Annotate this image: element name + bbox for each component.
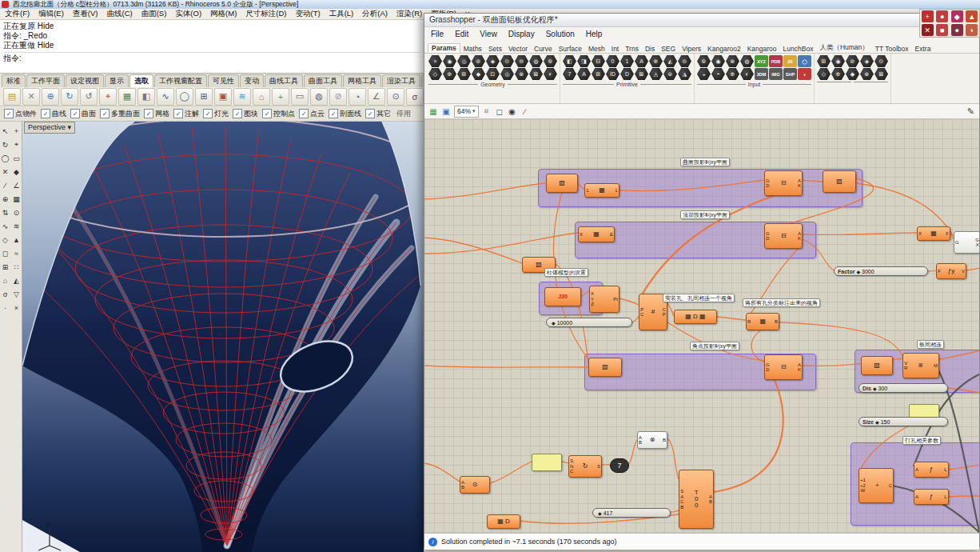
component-icon[interactable]: ⊡ xyxy=(486,68,500,80)
gh-node[interactable]: A B⊗B xyxy=(637,431,667,449)
gh-menu-item[interactable]: Display xyxy=(508,30,535,38)
component-icon[interactable]: A xyxy=(635,55,648,67)
component-icon[interactable]: ⊕ xyxy=(649,55,663,67)
filter-checkbox[interactable]: 灯光 xyxy=(203,109,229,119)
component-icon[interactable]: ◭ xyxy=(663,55,677,67)
rhino-tab[interactable]: 设定视图 xyxy=(66,74,104,87)
checkbox-icon[interactable] xyxy=(100,109,110,118)
component-icon[interactable]: + xyxy=(798,68,811,80)
gh-node[interactable]: R▦B xyxy=(746,313,779,330)
view-toggle-icon[interactable]: ⌗ xyxy=(481,106,492,117)
plugin-icon[interactable]: ◆ xyxy=(951,10,963,22)
rhino-menu-item[interactable]: 查看(V) xyxy=(73,9,98,19)
rhino-tool-icon[interactable]: · xyxy=(0,302,10,314)
node-output-pins[interactable]: G X xyxy=(974,238,979,248)
filter-checkbox[interactable]: 其它 xyxy=(365,109,391,119)
component-icon[interactable]: ◆ xyxy=(472,68,485,80)
gh-menu-item[interactable]: Solution xyxy=(546,30,575,38)
rhino-menu-item[interactable]: 网格(M) xyxy=(210,9,237,19)
checkbox-icon[interactable] xyxy=(365,109,375,118)
node-output-pins[interactable]: 1 xyxy=(614,188,619,194)
rhino-menu-item[interactable]: 曲面(S) xyxy=(141,9,167,19)
slider-grip[interactable] xyxy=(552,320,556,326)
rhino-tab[interactable]: 曲线工具 xyxy=(265,74,303,87)
component-icon[interactable]: ◬ xyxy=(649,68,663,80)
plugin-icon[interactable]: ✕ xyxy=(922,24,934,36)
component-icon[interactable]: ◉ xyxy=(831,55,845,67)
rhino-tool-icon[interactable]: ≈ xyxy=(11,247,22,259)
component-icon[interactable]: ⊚ xyxy=(544,55,557,67)
sketch-pencil-icon[interactable]: ✎ xyxy=(967,106,974,117)
filter-checkbox[interactable]: 点物件 xyxy=(4,109,37,119)
palette-group-label[interactable]: Input xyxy=(697,82,811,87)
command-prompt[interactable]: 指令: xyxy=(3,52,420,64)
component-icon[interactable]: 1 xyxy=(620,55,634,67)
rhino-tab[interactable]: 曲面工具 xyxy=(304,74,342,87)
number-slider[interactable]: Size150 xyxy=(858,417,948,426)
rhino-menu-item[interactable]: 编辑(E) xyxy=(38,9,64,19)
item-badge[interactable]: 7 xyxy=(610,458,629,473)
gh-node[interactable]: +1 +2 W+C xyxy=(858,468,894,503)
rhino-tool-icon[interactable]: σ xyxy=(0,288,10,300)
gh-node[interactable]: G D⊟A K xyxy=(764,170,803,196)
gh-tab[interactable]: Curve xyxy=(531,45,556,53)
rhino-tool-icon[interactable]: ▽ xyxy=(11,288,22,300)
rhino-toolbar-icon[interactable]: ◔ xyxy=(349,88,366,106)
checkbox-icon[interactable] xyxy=(262,109,272,118)
component-icon[interactable]: ⊘ xyxy=(472,55,485,67)
rhino-tool-icon[interactable]: ⊞ xyxy=(0,261,10,273)
gh-node[interactable]: J30 xyxy=(544,287,581,306)
gh-node[interactable]: ▧ xyxy=(861,356,893,375)
rhino-toolbar-icon[interactable]: ⊞ xyxy=(195,88,213,106)
rhino-menu-item[interactable]: 分析(A) xyxy=(362,9,388,19)
node-output-pins[interactable]: S xyxy=(596,464,601,470)
node-input-pins[interactable]: G D xyxy=(765,362,771,373)
gh-node[interactable]: ▧ xyxy=(588,358,622,377)
component-icon[interactable]: XYZ xyxy=(755,55,768,67)
rhino-tool-icon[interactable]: ⌖ xyxy=(11,138,22,150)
gh-node[interactable]: GG X xyxy=(954,231,979,254)
gh-tab[interactable]: Surface xyxy=(556,45,585,53)
component-icon[interactable]: ⊜ xyxy=(663,68,677,80)
rhino-title-bar[interactable]: 西北指廊北面（分格 c型柱分格）0713.3dm (31126 KB) - Rh… xyxy=(0,0,980,9)
rhino-tool-icon[interactable]: ⊙ xyxy=(11,206,22,218)
node-output-pins[interactable]: A K xyxy=(797,362,802,373)
plugin-icon[interactable]: ▲ xyxy=(966,10,978,22)
rhino-tool-icon[interactable]: ∿ xyxy=(0,220,10,232)
viewport-3d[interactable]: Z xyxy=(22,122,424,552)
component-icon[interactable]: ◎ xyxy=(457,55,471,67)
component-icon[interactable]: ◉ xyxy=(711,55,725,67)
component-icon[interactable]: ⊘ xyxy=(846,55,859,67)
plugin-icon[interactable]: ■ xyxy=(936,24,948,36)
gh-tab[interactable]: Sets xyxy=(485,45,505,53)
rhino-command-area[interactable]: 正在复原 Hide指令: _Redo正在重做 Hide 指令: xyxy=(0,20,424,74)
node-output-pins[interactable]: A B xyxy=(708,494,713,505)
rhino-menu-item[interactable]: 尺寸标注(D) xyxy=(245,9,286,19)
filter-checkbox[interactable]: 多重曲面 xyxy=(100,109,140,119)
view-toggle-icon[interactable]: ∕ xyxy=(520,106,531,117)
gh-tab[interactable]: Kangaroo xyxy=(744,45,780,53)
viewport-tab[interactable]: Perspective xyxy=(24,122,75,134)
gh-tab[interactable]: Params xyxy=(428,43,460,53)
view-toggle-icon[interactable]: ◻ xyxy=(494,106,505,117)
component-icon[interactable]: ◈ xyxy=(486,55,500,67)
file-action-icon[interactable]: ▦ xyxy=(428,106,439,117)
rhino-toolbar-icon[interactable]: ▭ xyxy=(291,88,309,106)
filter-checkbox[interactable]: 网格 xyxy=(144,109,169,119)
component-icon[interactable]: ◧ xyxy=(563,55,576,67)
gh-node[interactable]: 1▦1 xyxy=(584,183,619,198)
gh-node[interactable]: X Y ZPt xyxy=(589,286,619,313)
rhino-tool-icon[interactable]: ▭ xyxy=(11,152,22,164)
checkbox-icon[interactable] xyxy=(329,109,338,118)
component-icon[interactable]: SHP xyxy=(783,68,797,80)
component-icon[interactable]: 3DM xyxy=(755,68,768,80)
gh-tab[interactable]: Int xyxy=(608,45,622,53)
gh-title-bar[interactable]: Grasshopper - 双曲面铝板优化程序* xyxy=(424,14,979,27)
slider-grip[interactable] xyxy=(856,269,860,274)
checkbox-icon[interactable] xyxy=(299,109,309,118)
component-icon[interactable]: ◮ xyxy=(678,68,691,80)
gh-node[interactable]: ▦ D xyxy=(487,514,520,529)
rhino-tab[interactable]: 网格工具 xyxy=(343,74,381,87)
rhino-toolbar-icon[interactable]: σ xyxy=(406,88,424,106)
rhino-tab[interactable]: 选取 xyxy=(129,74,153,87)
